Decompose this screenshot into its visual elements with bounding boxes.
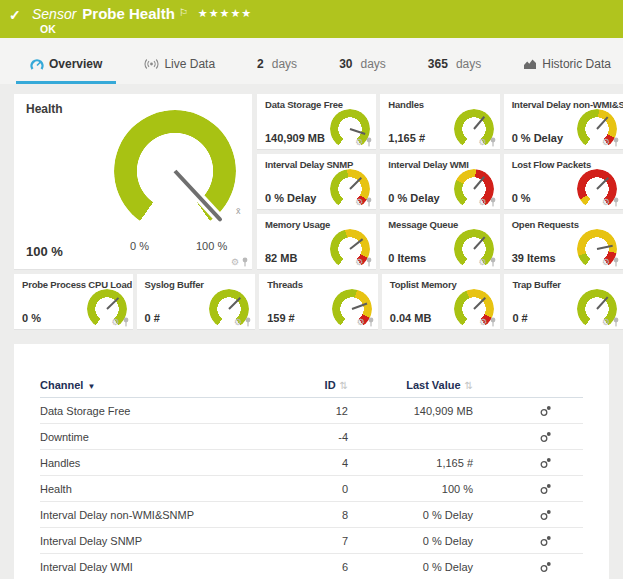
pin-icon[interactable]	[122, 317, 130, 327]
pin-icon[interactable]	[365, 137, 373, 147]
health-gauge-panel: Health x̄ 0 % 100 % 100 % ⚙	[14, 94, 252, 270]
object-kind-label: Sensor	[32, 6, 76, 22]
pin-icon[interactable]	[612, 317, 620, 327]
channel-settings-icon[interactable]	[539, 535, 552, 547]
gear-icon[interactable]: ⚙	[479, 318, 487, 327]
tab-2-days[interactable]: 2days	[243, 49, 311, 84]
gear-icon[interactable]: ⚙	[355, 198, 363, 207]
channel-name-link[interactable]: Interval Delay non-WMI&SNMP	[40, 509, 273, 521]
gauge-value: 1,165 #	[388, 132, 425, 144]
channel-name-link[interactable]: Handles	[40, 457, 273, 469]
gauge-value: 0 %	[512, 192, 531, 204]
channel-settings-icon[interactable]	[539, 457, 552, 469]
gauge-value: 0 #	[512, 312, 527, 324]
table-row: Interval Delay SNMP 7 0 % Delay	[40, 528, 583, 554]
sort-desc-icon: ▼	[87, 382, 95, 391]
channel-settings-icon[interactable]	[539, 561, 552, 573]
tab-30-days[interactable]: 30days	[325, 49, 400, 84]
channel-id: 4	[273, 457, 348, 469]
channel-name-link[interactable]: Health	[40, 483, 273, 495]
pin-icon[interactable]	[489, 257, 497, 267]
channel-name-link[interactable]: Data Storage Free	[40, 405, 273, 417]
gauge-panel: Probe Process CPU Load 0 % ⚙	[14, 274, 133, 330]
tab-historic-data[interactable]: Historic Data	[509, 49, 623, 84]
tab-overview[interactable]: Overview	[16, 49, 116, 84]
broadcast-icon	[144, 58, 159, 70]
table-row: Interval Delay non-WMI&SNMP 8 0 % Delay	[40, 502, 583, 528]
gear-icon[interactable]: ⚙	[112, 318, 120, 327]
pin-icon[interactable]	[365, 257, 373, 267]
pin-icon[interactable]	[365, 197, 373, 207]
gauge-panel: Trap Buffer 0 # ⚙	[504, 274, 623, 330]
gauge-panel: Toplist Memory 0.04 MB ⚙	[382, 274, 501, 330]
channel-id: 0	[273, 483, 348, 495]
channel-id: 7	[273, 535, 348, 547]
gauge-title: Threads	[267, 279, 303, 290]
channel-table-panel: Channel▼ ID⇅ Last Value⇅ Data Storage Fr…	[14, 344, 609, 579]
gauge-title: Toplist Memory	[390, 279, 457, 290]
column-header-last-value[interactable]: Last Value⇅	[348, 379, 473, 391]
channel-settings-icon[interactable]	[539, 431, 552, 443]
average-marker: x̄	[236, 206, 241, 216]
channel-name-link[interactable]: Downtime	[40, 431, 273, 443]
gauge-panel: Syslog Buffer 0 # ⚙	[137, 274, 256, 330]
gauge-title: Open Requests	[512, 219, 579, 230]
gear-icon[interactable]: ⚙	[602, 258, 610, 267]
channel-settings-icon[interactable]	[539, 483, 552, 495]
channel-name-link[interactable]: Interval Delay WMI	[40, 561, 273, 573]
pin-icon[interactable]	[612, 137, 620, 147]
tab-365-days[interactable]: 365days	[414, 49, 495, 84]
channel-settings-icon[interactable]	[539, 405, 552, 417]
gauge-panel: Handles 1,165 # ⚙	[380, 94, 499, 150]
gauge-value: 100 %	[26, 244, 63, 259]
gear-icon[interactable]: ⚙	[479, 258, 487, 267]
table-body: Data Storage Free 12 140,909 MB Downtime…	[40, 398, 583, 579]
pin-icon[interactable]	[367, 317, 375, 327]
pin-icon[interactable]	[489, 137, 497, 147]
flag-icon[interactable]: ⚐	[179, 7, 188, 18]
channel-id: 12	[273, 405, 348, 417]
priority-stars[interactable]: ★★★★★	[198, 7, 252, 19]
gauge-value: 0 #	[145, 312, 160, 324]
channel-last-value: 0 % Delay	[348, 561, 473, 573]
channel-last-value: 140,909 MB	[348, 405, 473, 417]
gear-icon[interactable]: ⚙	[479, 198, 487, 207]
sort-icon: ⇅	[340, 380, 348, 391]
gear-icon[interactable]: ⚙	[231, 258, 239, 267]
gear-icon[interactable]: ⚙	[479, 138, 487, 147]
gauge-icon	[30, 58, 44, 70]
gear-icon[interactable]: ⚙	[357, 318, 365, 327]
pin-icon[interactable]	[244, 317, 252, 327]
pin-icon[interactable]	[612, 257, 620, 267]
gauge-value: 82 MB	[265, 252, 297, 264]
gauge-panel: Open Requests 39 Items ⚙	[504, 214, 623, 270]
channel-last-value: 1,165 #	[348, 457, 473, 469]
gauge-value: 0 % Delay	[512, 132, 563, 144]
gauge-value: 0 %	[22, 312, 41, 324]
gear-icon[interactable]: ⚙	[355, 258, 363, 267]
table-row: Health 0 100 %	[40, 476, 583, 502]
gauge-scale-min: 0 %	[130, 240, 149, 252]
tab-bar: Overview Live Data 2days 30days 365days …	[0, 38, 623, 84]
pin-icon[interactable]	[489, 317, 497, 327]
channel-id: 6	[273, 561, 348, 573]
table-row: Handles 4 1,165 #	[40, 450, 583, 476]
gear-icon[interactable]: ⚙	[602, 138, 610, 147]
gear-icon[interactable]: ⚙	[234, 318, 242, 327]
channel-name-link[interactable]: Interval Delay SNMP	[40, 535, 273, 547]
column-header-id[interactable]: ID⇅	[273, 379, 348, 391]
gear-icon[interactable]: ⚙	[355, 138, 363, 147]
overview-content: Health x̄ 0 % 100 % 100 % ⚙ Data Storage…	[0, 84, 623, 579]
pin-icon[interactable]	[489, 197, 497, 207]
pin-icon[interactable]	[241, 257, 249, 267]
gauge-grid: Data Storage Free 140,909 MB ⚙ Handles 1…	[257, 94, 623, 270]
gear-icon[interactable]: ⚙	[602, 318, 610, 327]
tab-live-data[interactable]: Live Data	[130, 49, 229, 84]
channel-last-value: 100 %	[348, 483, 473, 495]
pin-icon[interactable]	[612, 197, 620, 207]
panel-title: Health	[26, 102, 63, 116]
column-header-channel[interactable]: Channel▼	[40, 379, 273, 391]
gauge-title: Message Queue	[388, 219, 458, 230]
channel-settings-icon[interactable]	[539, 509, 552, 521]
gear-icon[interactable]: ⚙	[602, 198, 610, 207]
